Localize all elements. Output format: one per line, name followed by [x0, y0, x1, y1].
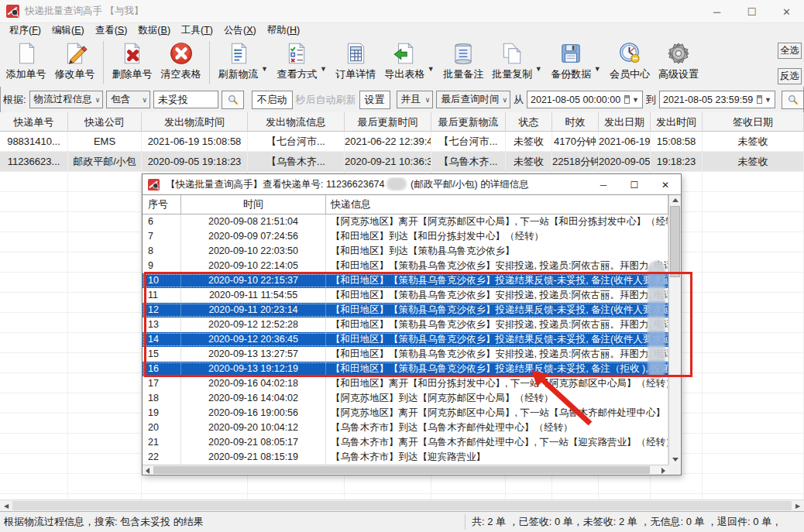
dropdown-arrow-icon[interactable]: ▼ [261, 65, 268, 73]
tracking-event-row[interactable]: 192020-09-16 19:00:56【阿克苏地区】离开【阿克苏邮区中心局】… [143, 406, 681, 420]
scroll-down-icon[interactable] [672, 458, 679, 462]
scrollbar-thumb[interactable] [153, 466, 650, 474]
toolbar-button-backup-data[interactable]: 备份数据 [547, 39, 596, 81]
tracking-event-row[interactable]: 202020-09-20 10:04:12【乌鲁木齐市】到达【乌鲁木齐邮件处理中… [143, 420, 681, 435]
column-header[interactable]: 快递公司 [68, 112, 142, 132]
column-header[interactable]: 状态 [506, 112, 552, 132]
menu-item-t[interactable]: 工具(T) [176, 24, 218, 37]
scroll-right-icon[interactable] [661, 468, 665, 474]
tracking-event-cell: 【和田地区】【策勒县乌鲁克沙依乡】安排投递, 投递员:阿依古丽。拜图力, 电话:… [326, 317, 668, 332]
tracking-event-row[interactable]: 62020-09-08 21:51:04【阿克苏地区】离开【阿克苏邮区中心局】,… [143, 215, 681, 229]
toolbar-button-view-mode[interactable]: 查看方式 [273, 39, 321, 81]
column-header[interactable]: 签收日期 [703, 112, 804, 132]
toolbar-button-order-detail[interactable]: 订单详情 [332, 39, 380, 81]
menu-item-e[interactable]: 编辑(E) [46, 24, 90, 37]
tracking-event-row[interactable]: 162020-09-13 19:12:19【和田地区】【策勒县乌鲁克沙依乡】投递… [143, 362, 681, 376]
tracking-event-row[interactable]: 112020-09-11 11:54:55【和田地区】【策勒县乌鲁克沙依乡】安排… [143, 288, 681, 303]
toolbar-button-batch-copy[interactable]: 批量复制 [488, 39, 537, 81]
invert-select-button[interactable]: 反选 [778, 68, 802, 84]
toolbar-button-doc-add[interactable]: 添加单号 [2, 39, 50, 81]
maximize-button[interactable]: ☐ [734, 0, 769, 23]
tracking-event-row[interactable]: 92020-09-10 22:14:05【和田地区】【策勒县乌鲁克沙依乡】安排投… [143, 259, 681, 273]
dialog-column-header[interactable]: 快递信息 [326, 195, 668, 214]
scrollbar-thumb[interactable] [12, 501, 792, 510]
column-header[interactable]: 快递单号 [0, 112, 68, 132]
dropdown-arrow-icon[interactable]: ▼ [320, 65, 327, 73]
toolbar-button-label: 订单详情 [335, 67, 376, 81]
column-header[interactable]: 发出日期 [599, 112, 651, 132]
tracking-event-row[interactable]: 172020-09-16 04:02:18【和田地区】离开【和田分拣封发中心】,… [143, 376, 681, 391]
column-header[interactable]: 最后更新时间 [345, 112, 431, 132]
tracking-event-row[interactable]: 102020-09-10 22:15:37【和田地区】【策勒县乌鲁克沙依乡】投递… [143, 273, 681, 288]
toolbar-button-advanced-settings[interactable]: 高级设置 [655, 39, 703, 81]
dialog-horizontal-scrollbar[interactable] [143, 465, 668, 475]
date-to-input[interactable]: 2021-08-05 23:59:59▼ [659, 91, 775, 108]
dialog-minimize-button[interactable]: ─ [588, 174, 619, 195]
toolbar-button-label: 修改单号 [55, 67, 95, 81]
menu-item-f[interactable]: 程序(F) [4, 24, 46, 37]
dropdown-arrow-icon[interactable]: ▼ [535, 65, 542, 73]
table-row[interactable]: 98831410...EMS2021-06-19 15:08:58【七台河市..… [0, 132, 804, 152]
tracking-event-cell: 11 [143, 288, 181, 303]
menu-item-h[interactable]: 帮助(H) [262, 24, 305, 37]
toolbar-button-member-center[interactable]: 会员中心 [606, 39, 655, 81]
tracking-event-cell: 20 [143, 420, 181, 435]
menu-item-b[interactable]: 数据(B) [132, 24, 176, 37]
tracking-event-row[interactable]: 132020-09-12 12:52:28【和田地区】【策勒县乌鲁克沙依乡】安排… [143, 317, 681, 332]
time-field-select[interactable]: 最后查询时间∨ [436, 91, 510, 108]
toolbar-button-clear-table[interactable]: 清空表格 [156, 39, 205, 81]
menu-item-s[interactable]: 查看(S) [90, 24, 133, 37]
scroll-left-icon[interactable]: ◀ [0, 500, 12, 511]
dropdown-arrow-icon[interactable]: ▼ [594, 65, 601, 73]
time-search-button[interactable] [782, 91, 804, 109]
minimize-button[interactable]: ─ [699, 0, 734, 23]
tracking-event-row[interactable]: 222020-09-21 08:15:19【乌鲁木齐市】到达【迎宾路营业】 [143, 450, 681, 465]
autorefresh-toggle-button[interactable]: 不启动 [252, 91, 293, 109]
tracking-event-row[interactable]: 122020-09-11 20:23:14【和田地区】【策勒县乌鲁克沙依乡】投递… [143, 303, 681, 317]
empty-cell [703, 313, 804, 333]
toolbar-button-export-table[interactable]: 导出表格 [380, 39, 429, 81]
autorefresh-settings-button[interactable]: 设置 [359, 91, 390, 109]
tracking-event-cell: 2020-09-08 21:51:04 [181, 215, 326, 229]
column-header[interactable]: 发出物流时间 [142, 112, 248, 132]
main-horizontal-scrollbar[interactable]: ◀ ▶ [0, 499, 804, 511]
table-cell: EMS [68, 132, 142, 152]
toolbar-button-doc-delete[interactable]: 删除单号 [108, 39, 156, 81]
dialog-maximize-button[interactable]: ☐ [619, 174, 650, 195]
menu-item-x[interactable]: 公告(X) [218, 24, 262, 37]
date-from-input[interactable]: 2021-08-05 00:00:00▼ [527, 91, 643, 108]
tracking-event-row[interactable]: 182020-09-16 14:04:02【阿克苏地区】到达【阿克苏邮区中心局】… [143, 391, 681, 406]
filter-field-select[interactable]: 物流过程信息∨ [29, 91, 104, 108]
scroll-up-icon[interactable] [672, 198, 679, 202]
filter-keyword-input[interactable]: 未妥投 [153, 91, 218, 108]
dialog-title-bar: 【快递批量查询高手】查看快递单号: 11236623674 (邮政平邮/小包) … [143, 174, 681, 195]
filter-search-button[interactable] [222, 91, 244, 109]
tracking-event-row[interactable]: 72020-09-09 07:24:56【和田地区】到达【和田分拣封发中心】（经… [143, 229, 681, 244]
scroll-left-icon[interactable] [146, 468, 149, 474]
dialog-close-button[interactable]: ✕ [650, 174, 681, 195]
toolbar-button-refresh-logistics[interactable]: 刷新物流 [214, 39, 263, 81]
join-operator-select[interactable]: 并且∨ [397, 91, 434, 108]
toolbar-button-batch-note[interactable]: 批量备注 [439, 39, 488, 81]
column-header[interactable]: 发出物流信息 [248, 112, 345, 132]
scroll-right-icon[interactable]: ▶ [792, 500, 804, 511]
dropdown-arrow-icon[interactable]: ▼ [428, 65, 435, 73]
toolbar-button-doc-edit[interactable]: 修改单号 [50, 39, 99, 81]
scrollbar-thumb[interactable] [670, 206, 680, 277]
table-row[interactable]: 11236623...邮政平邮/小包2020-09-05 19:18:23【乌鲁… [0, 152, 804, 172]
column-header[interactable]: 最后更新物流 [431, 112, 506, 132]
dialog-column-header[interactable]: 序号 [143, 195, 181, 214]
dialog-vertical-scrollbar[interactable] [668, 195, 681, 465]
table-cell: 19:18:23 [651, 152, 703, 172]
tracking-event-cell: 【阿克苏地区】离开【阿克苏邮区中心局】, 下一站【和田分拣封发中心】（经转） [326, 215, 668, 229]
select-all-button[interactable]: 全选 [778, 43, 802, 59]
tracking-event-row[interactable]: 152020-09-13 13:27:57【和田地区】【策勒县乌鲁克沙依乡】安排… [143, 347, 681, 362]
tracking-event-row[interactable]: 142020-09-12 20:36:45【和田地区】【策勒县乌鲁克沙依乡】投递… [143, 332, 681, 347]
filter-op-select[interactable]: 包含∨ [106, 91, 150, 108]
tracking-event-row[interactable]: 212020-09-21 08:05:17【乌鲁木齐市】离开【乌鲁木齐邮件处理中… [143, 435, 681, 450]
dialog-column-header[interactable]: 时间 [181, 195, 326, 214]
tracking-event-row[interactable]: 82020-09-10 22:03:50【和田地区】到达【策勒县乌鲁克沙依乡】 [143, 244, 681, 259]
column-header[interactable]: 时效 [552, 112, 599, 132]
column-header[interactable]: 发出时间 [651, 112, 703, 132]
close-button[interactable]: ✕ [769, 0, 804, 23]
